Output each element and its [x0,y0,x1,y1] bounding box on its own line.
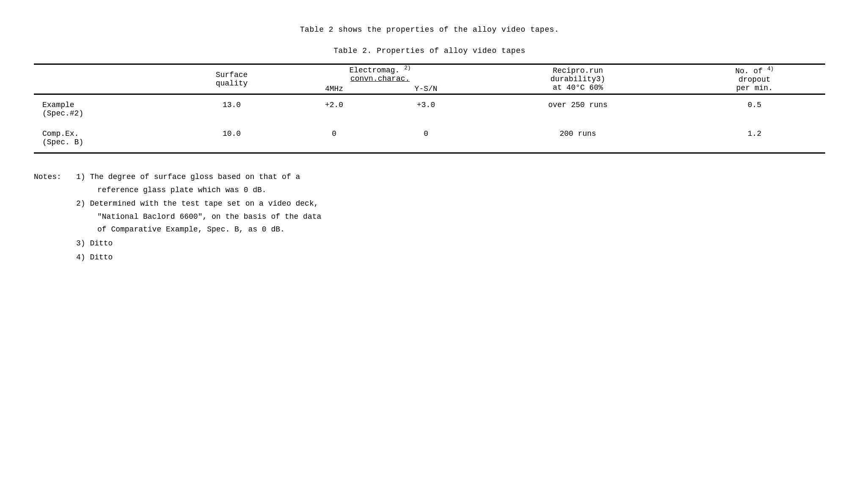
convn-charac-label: convn.charac. [350,74,410,83]
dropout-label: dropout [738,75,771,84]
note-4-num: 4) [76,253,90,262]
header-electromag-group: Electromag. 2) convn.charac. 4MHz Y-S/N [288,64,472,94]
row2-ysn: 0 [380,124,472,152]
table-row: Example (Spec.#2) 13.0 +2.0 +3.0 over 25… [34,94,825,124]
row2-surface: 10.0 [175,124,288,152]
row1-label: Example (Spec.#2) [34,94,175,124]
note-2-num: 2) [76,199,90,208]
note-2-cont2: of Comparative Example, Spec. B, as 0 dB… [97,225,285,234]
row2-label-line2: (Spec. B) [42,138,83,146]
note-3-num: 3) [76,239,90,248]
note-3-text: Ditto [90,239,113,248]
table-title: Table 2. Properties of alloy video tapes [34,47,825,55]
note-1-num: 1) [76,173,90,181]
note-2-cont1: "National Baclord 6600", on the basis of… [97,212,321,221]
note-3: 3) Ditto [76,237,321,250]
row1-dropout: 0.5 [684,94,825,124]
header-surface: Surface quality [175,64,288,94]
note-1-text: The degree of surface gloss based on tha… [90,173,300,181]
electromag-label: Electromag. 2) [288,65,472,74]
notes-section: Notes: 1) The degree of surface gloss ba… [34,171,825,264]
note-1: 1) The degree of surface gloss based on … [76,171,321,196]
row2-label-line1: Comp.Ex. [42,129,79,138]
note-2: 2) Determined with the test tape set on … [76,197,321,236]
header-durability: Recipro.run durability3) at 40°C 60% [472,64,684,94]
table-wrapper: Surface quality Electromag. 2) convn.cha… [34,63,825,154]
row1-surface: 13.0 [175,94,288,124]
row2-4mhz: 0 [288,124,380,152]
row2-dropout: 1.2 [684,124,825,152]
surface-line1: Surface [216,71,248,79]
row1-label-line2: (Spec.#2) [42,109,83,118]
note-4-text: Ditto [90,253,113,262]
row1-durability: over 250 runs [472,94,684,124]
row1-ysn: +3.0 [380,94,472,124]
row2-durability: 200 runs [472,124,684,152]
row1-label-line1: Example [42,101,74,109]
row2-label: Comp.Ex. (Spec. B) [34,124,175,152]
note-1-cont: reference glass plate which was 0 dB. [97,186,267,194]
row1-4mhz: +2.0 [288,94,380,124]
col-ysn-header: Y-S/N [399,85,454,93]
notes-header: Notes: [34,171,76,184]
note-2-text: Determined with the test tape set on a v… [90,199,318,208]
col-4mhz-header: 4MHz [307,85,362,93]
header-dropout: No. of 4) dropout per min. [684,64,825,94]
note-4: 4) Ditto [76,251,321,264]
header-empty [34,64,175,94]
table-row: Comp.Ex. (Spec. B) 10.0 0 0 200 runs 1.2 [34,124,825,152]
surface-line2: quality [216,79,248,88]
intro-text: Table 2 shows the properties of the allo… [34,25,825,34]
